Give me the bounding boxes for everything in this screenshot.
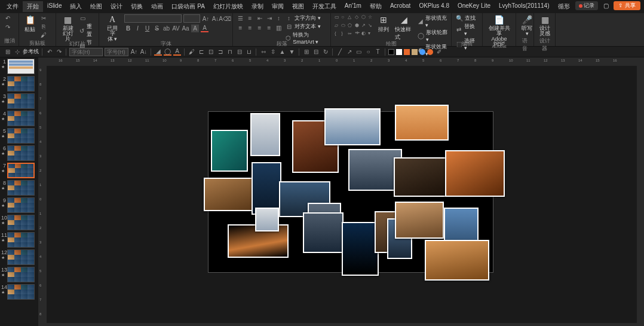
align-center-icon[interactable]: ≡ <box>246 24 254 32</box>
dist-v-icon[interactable]: ⇳ <box>269 48 277 56</box>
inc-font-icon[interactable]: A↑ <box>130 48 138 56</box>
guides-icon[interactable]: ⊹ <box>13 48 21 56</box>
copy-icon[interactable]: ⎘ <box>39 23 47 31</box>
shape-fill-button[interactable]: ◢形状填充 ▾ <box>418 14 447 28</box>
thumbnail-14[interactable]: 14★ <box>1 284 37 300</box>
menu-设计[interactable]: 设计 <box>106 1 127 12</box>
menu-口袋动画 PA[interactable]: 口袋动画 PA <box>167 1 208 12</box>
photo-1[interactable] <box>250 113 280 156</box>
strike-icon[interactable]: S <box>153 25 161 32</box>
outline-color-icon[interactable]: ◯ <box>164 48 171 56</box>
bold-icon[interactable]: B <box>124 25 132 32</box>
photo-21[interactable] <box>425 240 489 281</box>
reset-button[interactable]: ↺重置 <box>79 23 95 38</box>
menu-审阅[interactable]: 审阅 <box>268 1 288 12</box>
thumbnail-12[interactable]: 12★ <box>1 249 37 265</box>
menu-绘图[interactable]: 绘图 <box>86 1 106 12</box>
columns-icon[interactable]: ▥ <box>275 24 283 32</box>
align-left2-icon[interactable]: ⊏ <box>197 48 205 56</box>
bring-front-icon[interactable]: ▲ <box>278 48 286 56</box>
dictate-button[interactable]: 🎤 听写 ▾ <box>520 14 534 36</box>
photo-10[interactable] <box>252 162 281 215</box>
spacing-icon[interactable]: AV <box>172 25 180 32</box>
scrollbar-horizontal[interactable] <box>47 323 637 326</box>
thumbnail-13[interactable]: 13★ <box>1 267 37 282</box>
bullets-icon[interactable]: ☰ <box>237 14 244 22</box>
italic-icon[interactable]: I <box>134 25 142 32</box>
menu-Acrobat[interactable]: Acrobat <box>386 1 415 12</box>
menu-LvyhTools(201114)[interactable]: LvyhTools(201114) <box>495 1 554 12</box>
photo-7[interactable] <box>394 157 447 197</box>
numbering-icon[interactable]: ≡ <box>246 14 254 22</box>
layout-button[interactable]: ▭ <box>79 14 95 22</box>
swatch-blue[interactable] <box>419 49 425 55</box>
undo2-icon[interactable]: ↶ <box>45 48 53 56</box>
swatch-tan[interactable] <box>412 49 418 55</box>
menu-iSlide[interactable]: iSlide <box>43 1 66 12</box>
photo-4[interactable] <box>324 108 381 145</box>
menu-开发工具[interactable]: 开发工具 <box>308 1 341 12</box>
menu-幻灯片放映[interactable]: 幻灯片放映 <box>209 1 247 12</box>
clear-format-icon[interactable]: A⌫ <box>221 15 229 23</box>
fill-color-icon[interactable]: ◢ <box>154 48 162 56</box>
font-family-select[interactable] <box>124 14 182 23</box>
indent-right-icon[interactable]: ⇥ <box>265 14 273 22</box>
menu-动画[interactable]: 动画 <box>147 1 167 12</box>
comment-icon[interactable]: ▢ <box>602 2 610 10</box>
swatch-white[interactable] <box>396 49 402 55</box>
align-text-button[interactable]: ⊟对齐文本 ▾ <box>285 23 327 31</box>
photo-14[interactable] <box>303 212 344 253</box>
redo-icon[interactable]: ↷ <box>4 23 11 31</box>
align-right-icon[interactable]: ≡ <box>256 24 263 32</box>
rotate-icon[interactable]: ↻ <box>321 48 329 56</box>
new-slide-button[interactable]: ▦ 新建 幻灯片 <box>60 14 76 42</box>
format-painter-icon[interactable]: 🖌 <box>39 31 47 39</box>
paste-button[interactable]: 📋 粘贴 <box>23 14 37 33</box>
share-button[interactable]: ⇪ 共享 <box>614 1 640 10</box>
used-fonts-button[interactable]: A 已用字 体 ▾ <box>103 14 122 42</box>
rect-tool-icon[interactable]: ▭ <box>355 48 363 56</box>
cut-icon[interactable]: ✂ <box>39 14 47 22</box>
thumbnail-3[interactable]: 3★ <box>1 93 37 109</box>
align-center2-icon[interactable]: ⊡ <box>207 48 214 56</box>
decrease-font-icon[interactable]: A↓ <box>211 15 219 23</box>
thumbnail-5[interactable]: 5★ <box>1 128 37 144</box>
increase-font-icon[interactable]: A↑ <box>202 15 210 23</box>
find-button[interactable]: 🔍查找 <box>455 14 479 22</box>
slide-canvas[interactable]: 1615141312111098765432101234567891011121… <box>47 57 644 326</box>
shapes-gallery[interactable]: ▭○△◇⬡☆ ▱⬭⬠⬢↗↘ {}⬰⬲◐▾ <box>335 14 374 38</box>
thumbnail-2[interactable]: 2★ <box>1 76 37 92</box>
font-size-select[interactable] <box>183 14 200 23</box>
font-size-input[interactable] <box>105 48 128 56</box>
highlight-icon[interactable]: A <box>191 25 199 32</box>
thumbnail-10[interactable]: 10★ <box>1 215 37 230</box>
swatch-black[interactable] <box>388 49 394 55</box>
font-color-icon[interactable]: A <box>201 25 208 32</box>
menu-开始[interactable]: 开始 <box>23 1 43 12</box>
case-icon[interactable]: Aa <box>182 25 189 32</box>
photo-9[interactable] <box>204 178 253 211</box>
replace-button[interactable]: ⇄替换 ▾ <box>455 23 479 36</box>
grid-icon[interactable]: ⊞ <box>4 48 11 56</box>
justify-icon[interactable]: ≡ <box>265 24 273 32</box>
photo-5[interactable] <box>395 105 449 141</box>
slide-thumbnails[interactable]: 1★2★3★4★5★6★7★8★9★10★11★12★13★14★ <box>0 57 38 326</box>
photo-2[interactable] <box>211 130 248 172</box>
align-bot-icon[interactable]: ⊔ <box>245 48 253 56</box>
align-mid-icon[interactable]: ⊟ <box>235 48 243 56</box>
current-slide[interactable] <box>208 111 493 273</box>
format-painter2-icon[interactable]: 🖌 <box>188 48 195 56</box>
eyedropper-icon[interactable]: ✐ <box>435 48 443 56</box>
record-button[interactable]: 记录 <box>575 1 598 10</box>
photo-15[interactable] <box>255 208 279 231</box>
menu-文件[interactable]: 文件 <box>2 1 23 12</box>
indent-left-icon[interactable]: ⇤ <box>256 14 263 22</box>
line-tool-icon[interactable]: ╱ <box>336 48 344 56</box>
menu-An'1m[interactable]: An'1m <box>341 1 366 12</box>
text-color-icon[interactable]: A <box>173 48 181 56</box>
thumbnail-8[interactable]: 8★ <box>1 180 37 196</box>
thumbnail-7[interactable]: 7★ <box>1 163 37 178</box>
redo2-icon[interactable]: ↷ <box>55 48 63 56</box>
photo-16[interactable] <box>342 222 379 276</box>
shadow-icon[interactable]: ab <box>162 25 170 32</box>
